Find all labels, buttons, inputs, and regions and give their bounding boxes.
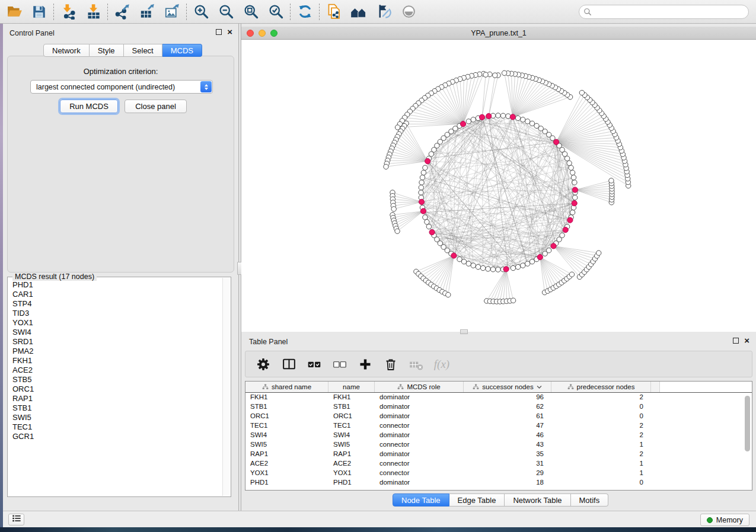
export-network-icon[interactable] xyxy=(114,3,130,21)
mcds-result-item[interactable]: CAR1 xyxy=(12,290,222,299)
mcds-result-item[interactable]: PHD1 xyxy=(12,280,222,290)
cell-MCDS-role: dominator xyxy=(375,402,464,412)
table-row[interactable]: ORC1ORC1dominator610 xyxy=(245,412,752,421)
toolbar-separator xyxy=(290,4,291,20)
network-window-titlebar[interactable]: YPA_prune.txt_1 xyxy=(241,27,756,40)
mcds-result-item[interactable]: STP4 xyxy=(12,299,222,309)
mcds-result-item[interactable]: FKH1 xyxy=(12,356,222,366)
duplicate-network-icon[interactable] xyxy=(326,3,342,21)
table-row[interactable]: SWI4SWI4dominator462 xyxy=(245,431,752,440)
mcds-result-item[interactable]: ACE2 xyxy=(12,366,222,375)
tab-motifs[interactable]: Motifs xyxy=(571,493,609,507)
open-file-icon[interactable] xyxy=(6,3,23,21)
close-table-panel-icon[interactable]: × xyxy=(744,338,749,344)
save-session-icon[interactable] xyxy=(31,3,47,21)
export-image-icon[interactable] xyxy=(164,3,180,21)
table-row[interactable]: PHD1PHD1dominator180 xyxy=(245,478,752,488)
cell-name: TEC1 xyxy=(328,421,375,431)
home-layout-icon[interactable] xyxy=(350,3,367,21)
network-view-canvas[interactable] xyxy=(241,40,756,332)
mcds-list-scrollbar[interactable] xyxy=(222,278,230,496)
tab-network-table[interactable]: Network Table xyxy=(505,493,570,507)
float-table-panel-icon[interactable] xyxy=(733,338,739,344)
add-column-icon[interactable] xyxy=(358,356,373,373)
cell-name: ACE2 xyxy=(328,459,375,469)
memory-label: Memory xyxy=(716,516,743,524)
search-input[interactable] xyxy=(579,5,749,19)
mcds-result-item[interactable]: TEC1 xyxy=(12,422,222,432)
status-bar: Memory xyxy=(3,511,756,527)
close-panel-button[interactable]: Close panel xyxy=(125,100,187,113)
cell-predecessor-nodes: 2 xyxy=(551,393,651,402)
column-header-successor-nodes[interactable]: successor nodes xyxy=(464,382,551,392)
table-scrollbar-thumb[interactable] xyxy=(745,396,750,451)
zoom-in-icon[interactable] xyxy=(193,3,209,21)
hide-flagged-icon[interactable] xyxy=(375,3,392,21)
tab-edge-table[interactable]: Edge Table xyxy=(449,493,505,507)
table-row[interactable]: STB1STB1dominator620 xyxy=(245,402,752,412)
refresh-layout-icon[interactable] xyxy=(296,3,313,21)
cell-successor-nodes: 62 xyxy=(464,402,551,412)
import-network-icon[interactable] xyxy=(60,3,76,21)
table-row[interactable]: TEC1TEC1connector472 xyxy=(245,421,752,431)
mcds-result-item[interactable]: SWI4 xyxy=(12,328,222,337)
tab-style[interactable]: Style xyxy=(90,44,124,57)
table-row[interactable]: YOX1YOX1connector291 xyxy=(245,469,752,478)
column-header-shared-name[interactable]: shared name xyxy=(245,382,328,392)
table-row[interactable]: FKH1FKH1dominator962 xyxy=(245,393,752,402)
cell-name: FKH1 xyxy=(328,393,375,402)
zoom-selected-icon[interactable] xyxy=(267,3,284,21)
column-header-MCDS-role[interactable]: MCDS role xyxy=(375,382,464,392)
cell-predecessor-nodes: 0 xyxy=(551,478,651,488)
delete-column-trash-icon[interactable] xyxy=(383,356,398,373)
mcds-result-list[interactable]: PHD1CAR1STP4TID3YOX1SWI4SRD1PMA2FKH1ACE2… xyxy=(8,278,222,496)
tab-network[interactable]: Network xyxy=(43,44,90,57)
mcds-result-item[interactable]: ORC1 xyxy=(12,384,222,394)
cell-successor-nodes: 29 xyxy=(464,469,551,478)
mcds-result-item[interactable]: TID3 xyxy=(12,309,222,318)
mcds-result-item[interactable]: PMA2 xyxy=(12,347,222,356)
close-panel-icon[interactable]: × xyxy=(227,29,232,35)
cell-successor-nodes: 47 xyxy=(464,421,551,431)
mcds-result-item[interactable]: SWI5 xyxy=(12,413,222,422)
column-header-predecessor-nodes[interactable]: predecessor nodes xyxy=(551,382,651,392)
cell-successor-nodes: 31 xyxy=(464,459,551,469)
search-box[interactable] xyxy=(579,5,749,19)
mcds-result-item[interactable]: RAP1 xyxy=(12,394,222,403)
mcds-result-groupbox: MCDS result (17 nodes) PHD1CAR1STP4TID3Y… xyxy=(7,277,231,497)
run-mcds-button[interactable]: Run MCDS xyxy=(60,100,118,113)
horizontal-splitter-handle[interactable] xyxy=(460,329,468,334)
cell-predecessor-nodes: 2 xyxy=(551,431,651,440)
table-settings-gear-icon[interactable] xyxy=(256,356,271,373)
cell-name: STB1 xyxy=(328,402,375,412)
float-panel-icon[interactable] xyxy=(216,29,222,35)
cell-shared-name: SWI4 xyxy=(245,431,328,440)
cell-predecessor-nodes: 2 xyxy=(551,450,651,459)
select-all-checkboxes-icon[interactable] xyxy=(307,356,322,373)
tab-node-table[interactable]: Node Table xyxy=(393,493,449,507)
table-row[interactable]: RAP1RAP1dominator352 xyxy=(245,450,752,459)
task-history-button[interactable] xyxy=(8,514,24,525)
table-row[interactable]: ACE2ACE2connector311 xyxy=(245,459,752,469)
table-row[interactable]: SWI5SWI5connector431 xyxy=(245,440,752,450)
mcds-result-item[interactable]: YOX1 xyxy=(12,318,222,328)
column-header-name[interactable]: name xyxy=(328,382,375,392)
deselect-all-checkboxes-icon[interactable] xyxy=(332,356,347,373)
split-columns-icon[interactable] xyxy=(281,356,296,373)
criterion-dropdown[interactable]: largest connected component (undirected) xyxy=(30,80,213,94)
memory-button[interactable]: Memory xyxy=(700,514,749,526)
cell-predecessor-nodes: 1 xyxy=(551,459,651,469)
cell-successor-nodes: 43 xyxy=(464,440,551,450)
zoom-out-icon[interactable] xyxy=(218,3,234,21)
mcds-result-item[interactable]: SRD1 xyxy=(12,337,222,347)
tab-select[interactable]: Select xyxy=(124,44,162,57)
mcds-result-item[interactable]: STB5 xyxy=(12,375,222,384)
zoom-fit-icon[interactable] xyxy=(243,3,259,21)
network-graph[interactable] xyxy=(241,40,756,332)
export-table-icon[interactable] xyxy=(139,3,155,21)
cell-name: SWI4 xyxy=(328,431,375,440)
tab-mcds[interactable]: MCDS xyxy=(162,44,202,57)
mcds-result-item[interactable]: STB1 xyxy=(12,403,222,413)
mcds-result-item[interactable]: GCR1 xyxy=(12,432,222,441)
import-table-icon[interactable] xyxy=(85,3,101,21)
